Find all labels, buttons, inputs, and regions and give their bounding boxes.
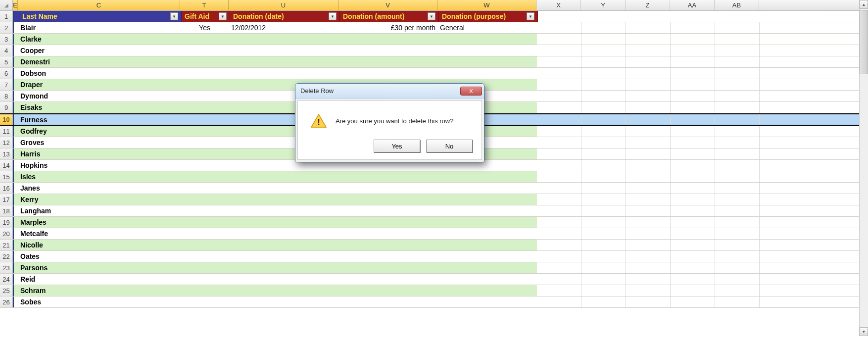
table-row[interactable]: 6Dobson [0,68,868,79]
blank-cell[interactable] [760,217,868,228]
blank-cell[interactable] [626,68,671,79]
cell-last-name[interactable]: Godfrey [18,126,181,137]
cell-gift-aid[interactable] [181,34,229,45]
row-number[interactable]: 21 [0,240,13,250]
cell-last-name[interactable]: Marples [18,217,181,228]
cell-donation-purpose[interactable] [438,240,537,250]
blank-cell[interactable] [537,79,581,90]
col-header-X[interactable]: X [536,0,581,10]
blank-cell[interactable] [626,79,671,90]
row-number[interactable]: 26 [0,296,13,307]
cell-donation-amount[interactable] [339,68,438,79]
col-header-AA[interactable]: AA [670,0,715,10]
cell-donation-amount[interactable] [339,285,438,296]
blank-cell[interactable] [715,296,760,307]
cell-donation-amount[interactable] [339,240,438,250]
blank-cell[interactable] [760,171,868,182]
cell-b[interactable] [13,262,18,273]
cell-donation-purpose[interactable] [438,194,537,205]
cell-donation-purpose[interactable] [438,217,537,228]
blank-cell[interactable] [626,45,671,56]
vertical-scrollbar[interactable]: ▲ ▼ [859,0,868,336]
table-row[interactable]: 5Demestri [0,56,868,68]
cell-b[interactable] [13,183,18,194]
blank-cell[interactable] [671,148,715,159]
cell-last-name[interactable]: Schram [18,285,181,296]
cell-gift-aid[interactable] [181,160,229,171]
filter-dropdown-icon[interactable]: ▼ [219,12,227,20]
blank-cell[interactable] [760,240,868,250]
cell-donation-date[interactable] [229,251,339,262]
blank-cell[interactable] [537,137,581,148]
blank-cell[interactable] [715,251,760,262]
blank-cell[interactable] [671,160,715,171]
blank-cell[interactable] [626,137,671,148]
table-row[interactable]: 17Kerry [0,194,868,205]
cell-donation-purpose[interactable] [438,56,537,67]
cell-b[interactable] [13,114,18,125]
cell-donation-amount[interactable] [339,296,438,307]
cell-last-name[interactable]: Sobes [18,296,181,307]
blank-cell[interactable] [626,160,671,171]
blank-cell[interactable] [537,126,581,137]
cell-gift-aid[interactable] [181,183,229,194]
blank-cell[interactable] [537,102,581,113]
yes-button[interactable]: Yes [374,140,420,152]
blank-cell[interactable] [537,262,581,273]
blank-cell[interactable] [537,148,581,159]
table-row[interactable]: 15Isles [0,171,868,183]
cell-donation-date[interactable] [229,183,339,194]
row-number[interactable]: 20 [0,228,13,239]
cell-donation-purpose[interactable] [438,34,537,45]
cell-b[interactable] [13,296,18,307]
blank-cell[interactable] [626,91,671,101]
cell-gift-aid[interactable] [181,56,229,67]
cell-gift-aid[interactable] [181,79,229,90]
blank-cell[interactable] [626,183,671,194]
cell-donation-purpose[interactable] [438,68,537,79]
blank-cell[interactable] [626,262,671,273]
header-last-name[interactable]: Last Name ▼ [19,11,182,22]
blank-cell[interactable] [671,217,715,228]
cell-donation-amount[interactable] [339,262,438,273]
cell-b[interactable] [13,217,18,228]
table-row[interactable]: 16Janes [0,183,868,194]
cell-last-name[interactable]: Clarke [18,34,181,45]
blank-cell[interactable] [715,183,760,194]
blank-cell[interactable] [581,79,626,90]
blank-cell[interactable] [760,183,868,194]
no-button[interactable]: No [426,140,473,152]
cell-donation-date[interactable] [229,296,339,307]
row-number[interactable]: 15 [0,171,13,182]
col-header-V[interactable]: V [338,0,437,10]
blank-cell[interactable] [715,217,760,228]
blank-cell[interactable] [537,183,581,194]
blank-cell[interactable] [581,285,626,296]
cell-donation-purpose[interactable] [438,251,537,262]
blank-cell[interactable] [760,102,868,113]
blank-cell[interactable] [581,22,626,33]
blank-cell[interactable] [626,274,671,285]
cell-gift-aid[interactable] [181,68,229,79]
cell-b[interactable] [13,228,18,239]
row-number[interactable]: 5 [0,56,13,67]
header-donation-amount[interactable]: Donation (amount) ▼ [340,11,439,22]
blank-cell[interactable] [715,34,760,45]
blank-cell[interactable] [538,11,582,22]
cell-last-name[interactable]: Groves [18,137,181,148]
blank-cell[interactable] [715,137,760,148]
cell-gift-aid[interactable]: Yes [181,22,229,33]
blank-cell[interactable] [760,228,868,239]
cell-last-name[interactable]: Dobson [18,68,181,79]
blank-cell[interactable] [581,171,626,182]
blank-cell[interactable] [760,56,868,67]
blank-cell[interactable] [671,274,715,285]
cell-donation-amount[interactable] [339,205,438,216]
blank-cell[interactable] [581,240,626,250]
blank-cell[interactable] [627,11,672,22]
cell-donation-purpose[interactable] [438,45,537,56]
cell-donation-amount[interactable] [339,171,438,182]
dialog-close-button[interactable]: X [460,87,482,96]
cell-gift-aid[interactable] [181,194,229,205]
cell-gift-aid[interactable] [181,251,229,262]
